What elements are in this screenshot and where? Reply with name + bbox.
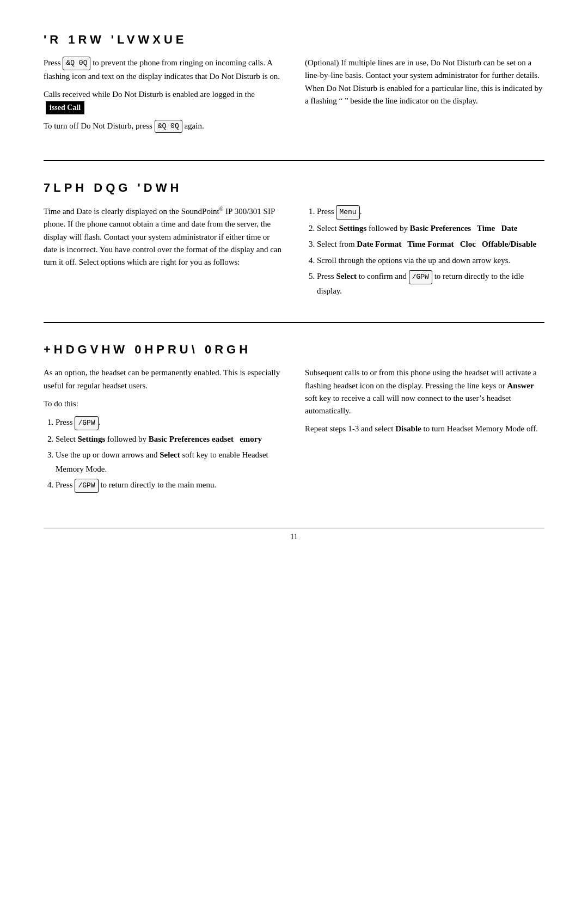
section-do-not-disturb: 'R 1RW 'LVWXUE Press &Q 0Q to prevent th… xyxy=(44,33,544,138)
section2-step5: Press Select to confirm and /GPW to retu… xyxy=(317,270,544,298)
section3-step3: Use the up or down arrows and Select sof… xyxy=(56,448,283,476)
headset-key2: /GPW xyxy=(75,479,98,493)
answer-bold: Answer xyxy=(507,381,534,390)
section1-right-p1: (Optional) If multiple lines are in use,… xyxy=(305,57,544,107)
section1-title: 'R 1RW 'LVWXUE xyxy=(44,33,544,47)
section2-step2: Select Settings followed by Basic Prefer… xyxy=(317,222,544,236)
section1-right-col: (Optional) If multiple lines are in use,… xyxy=(305,57,544,138)
page-number: 11 xyxy=(290,533,297,541)
headset-select-bold: Select xyxy=(160,450,180,459)
section1-p2: Calls received while Do Not Disturb is e… xyxy=(44,88,283,114)
section1-left-col: Press &Q 0Q to prevent the phone from ri… xyxy=(44,57,283,138)
headset-settings-bold: Settings xyxy=(77,435,105,443)
section3-title: +HDGVHW 0HPRU\ 0RGH xyxy=(44,343,544,357)
section3-right-p2-prefix: Repeat steps 1-3 and select xyxy=(305,424,393,433)
section3-right-p1: Subsequent calls to or from this phone u… xyxy=(305,367,544,417)
date-format-bold: Date Format Time Format Cloc Off­able/Di… xyxy=(357,240,536,248)
section2-step4: Scroll through the options via the up an… xyxy=(317,254,544,268)
section1-p3-prefix: To turn off Do Not Disturb, press xyxy=(44,121,152,130)
section2-p1-prefix: Time and Date is clearly displayed on th… xyxy=(44,207,219,216)
section-time-date: 7LPH DQG 'DWH Time and Date is clearly d… xyxy=(44,181,544,300)
basic-prefs-bold: Basic Preferences Time Date xyxy=(408,224,517,233)
section2-title: 7LPH DQG 'DWH xyxy=(44,181,544,195)
settings-bold: Settings xyxy=(339,224,366,233)
dnd-key2: &Q 0Q xyxy=(155,120,182,133)
menu-key: Menu xyxy=(336,205,359,219)
section3-right-p2: Repeat steps 1-3 and select Disable to t… xyxy=(305,423,544,435)
section1-p3-suffix: again. xyxy=(184,121,204,130)
headset-basic-prefs-bold: Basic Preferences eadset emory xyxy=(146,435,262,443)
section3-right-p1-rest: soft key to receive a call will now conn… xyxy=(305,394,511,415)
section3-steps: Press /GPW. Select Settings followed by … xyxy=(44,416,283,493)
section-headset-memory: +HDGVHW 0HPRU\ 0RGH As an option, the he… xyxy=(44,343,544,495)
section3-left-p1: As an option, the headset can be permane… xyxy=(44,367,283,392)
section2-step1: Press Menu. xyxy=(317,205,544,219)
idle-key: /GPW xyxy=(409,270,432,284)
section2-left-col: Time and Date is clearly displayed on th… xyxy=(44,205,283,300)
section2-content: Time and Date is clearly displayed on th… xyxy=(44,205,544,300)
section3-step2: Select Settings followed by Basic Prefer… xyxy=(56,432,283,447)
divider2 xyxy=(44,322,544,323)
section3-left-p2: To do this: xyxy=(44,398,283,410)
section2-left-p1: Time and Date is clearly displayed on th… xyxy=(44,205,283,269)
divider1 xyxy=(44,160,544,161)
select-bold: Select xyxy=(336,272,356,280)
section3-right-p2-rest: to turn Headset Memory Mode off. xyxy=(421,424,538,433)
missed-call-badge: issed Call xyxy=(46,101,84,114)
section3-right-col: Subsequent calls to or from this phone u… xyxy=(305,367,544,495)
headset-key1: /GPW xyxy=(75,416,98,430)
section2-p1-rest: IP 300/301 SIP phone. If the phone canno… xyxy=(44,207,281,266)
section3-content: As an option, the headset can be permane… xyxy=(44,367,544,495)
section3-left-col: As an option, the headset can be permane… xyxy=(44,367,283,495)
section1-p2-prefix: Calls received while Do Not Disturb is e… xyxy=(44,90,255,99)
section3-step4: Press /GPW to return directly to the mai… xyxy=(56,478,283,493)
section1-content: Press &Q 0Q to prevent the phone from ri… xyxy=(44,57,544,138)
section1-p1: Press &Q 0Q to prevent the phone from ri… xyxy=(44,57,283,83)
dnd-key1: &Q 0Q xyxy=(63,57,90,70)
section2-steps: Press Menu. Select Settings followed by … xyxy=(305,205,544,298)
section1-p1-press: Press xyxy=(44,58,61,67)
section2-right-col: Press Menu. Select Settings followed by … xyxy=(305,205,544,300)
section2-step3: Select from Date Format Time Format Cloc… xyxy=(317,237,544,252)
page-footer: 11 xyxy=(44,528,544,541)
section3-right-p1-text: Subsequent calls to or from this phone u… xyxy=(305,368,537,389)
section1-p3: To turn off Do Not Disturb, press &Q 0Q … xyxy=(44,120,283,133)
section3-step1: Press /GPW. xyxy=(56,416,283,430)
disable-bold: Disable xyxy=(395,424,421,433)
